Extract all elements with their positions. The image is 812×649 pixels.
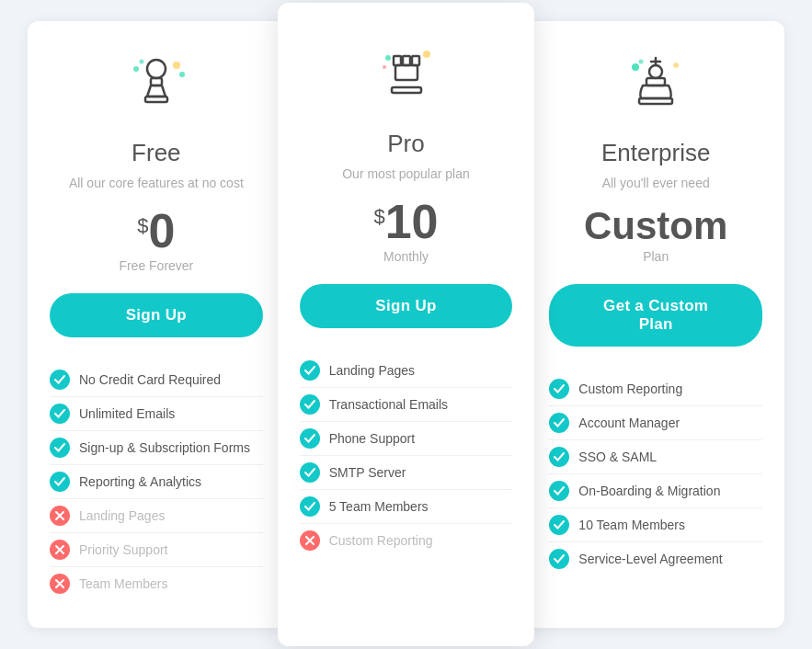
plan-price-pro: $ 10 bbox=[373, 198, 438, 245]
plan-card-pro: Pro Our most popular plan $ 10 Monthly S… bbox=[278, 3, 535, 647]
feature-item: Team Members bbox=[50, 567, 263, 600]
feature-list-pro: Landing Pages Transactional Emails Phone… bbox=[300, 354, 513, 557]
feature-text: Landing Pages bbox=[329, 363, 415, 378]
feature-text: SMTP Server bbox=[329, 465, 406, 480]
feature-text: Phone Support bbox=[329, 431, 415, 446]
feature-item: Custom Reporting bbox=[300, 524, 513, 557]
feature-text: Custom Reporting bbox=[578, 381, 682, 396]
svg-rect-17 bbox=[394, 56, 401, 65]
check-icon bbox=[549, 447, 569, 467]
feature-text: Unlimited Emails bbox=[79, 406, 175, 421]
feature-item: Account Manager bbox=[549, 406, 762, 440]
feature-item: Sign-up & Subscription Forms bbox=[50, 431, 263, 465]
feature-item: 5 Team Members bbox=[300, 490, 513, 524]
chess-icon-pro bbox=[370, 40, 443, 113]
feature-item: SMTP Server bbox=[300, 456, 513, 490]
svg-rect-21 bbox=[392, 87, 421, 93]
svg-point-16 bbox=[383, 65, 386, 69]
svg-rect-20 bbox=[395, 65, 417, 80]
plan-price-enterprise: Custom bbox=[584, 207, 727, 245]
svg-point-4 bbox=[147, 60, 166, 78]
chess-icon-enterprise bbox=[619, 49, 692, 122]
feature-item: Custom Reporting bbox=[549, 372, 762, 406]
feature-item: Phone Support bbox=[300, 422, 513, 456]
svg-point-26 bbox=[639, 59, 644, 63]
check-icon bbox=[50, 438, 70, 458]
check-icon bbox=[549, 413, 569, 433]
plan-period-free: Free Forever bbox=[119, 258, 193, 273]
plan-desc-free: All our core features at no cost bbox=[69, 175, 244, 193]
feature-text: Team Members bbox=[79, 576, 167, 591]
signup-button-free[interactable]: Sign Up bbox=[50, 293, 263, 337]
plan-card-enterprise: Enterprise All you'll ever need Custom P… bbox=[527, 21, 784, 629]
price-number-enterprise: Custom bbox=[584, 207, 727, 245]
svg-point-3 bbox=[139, 59, 143, 63]
feature-text: Service-Level Agreement bbox=[578, 552, 722, 566]
plan-name-free: Free bbox=[132, 139, 180, 167]
check-icon bbox=[549, 549, 569, 569]
plan-name-enterprise: Enterprise bbox=[601, 139, 711, 167]
feature-item: Priority Support bbox=[50, 533, 263, 567]
feature-text: 5 Team Members bbox=[329, 499, 429, 514]
feature-text: Priority Support bbox=[79, 542, 167, 557]
svg-rect-32 bbox=[639, 98, 672, 104]
feature-item: Service-Level Agreement bbox=[549, 542, 762, 575]
check-icon bbox=[300, 428, 320, 449]
svg-marker-7 bbox=[147, 85, 166, 97]
price-symbol-pro: $ bbox=[373, 205, 384, 229]
feature-item: Transactional Emails bbox=[300, 388, 513, 422]
svg-point-0 bbox=[173, 62, 180, 69]
feature-text: 10 Team Members bbox=[578, 518, 685, 532]
feature-item: 10 Team Members bbox=[549, 508, 762, 542]
price-number-free: 0 bbox=[149, 207, 176, 255]
check-icon bbox=[300, 394, 320, 415]
pricing-container: Free All our core features at no cost $ … bbox=[0, 3, 812, 647]
svg-point-27 bbox=[673, 63, 679, 68]
svg-point-2 bbox=[133, 66, 139, 72]
plan-period-pro: Monthly bbox=[383, 249, 429, 264]
feature-text: Landing Pages bbox=[79, 508, 165, 523]
check-icon bbox=[50, 370, 70, 390]
plan-card-free: Free All our core features at no cost $ … bbox=[28, 21, 285, 629]
feature-item: On-Boarding & Migration bbox=[549, 474, 762, 508]
feature-text: No Credit Card Required bbox=[79, 372, 221, 387]
feature-item: Reporting & Analytics bbox=[50, 465, 263, 499]
x-icon bbox=[50, 506, 70, 526]
feature-text: Custom Reporting bbox=[329, 533, 433, 548]
svg-point-15 bbox=[385, 55, 391, 61]
feature-item: SSO & SAML bbox=[549, 440, 762, 474]
feature-list-free: No Credit Card Required Unlimited Emails… bbox=[50, 363, 263, 600]
check-icon bbox=[549, 515, 569, 535]
svg-rect-19 bbox=[412, 56, 419, 65]
svg-point-14 bbox=[423, 51, 430, 58]
x-icon bbox=[50, 540, 70, 560]
custom-plan-button-enterprise[interactable]: Get a Custom Plan bbox=[549, 284, 762, 347]
plan-name-pro: Pro bbox=[387, 130, 424, 158]
check-icon bbox=[549, 379, 569, 399]
feature-list-enterprise: Custom Reporting Account Manager SSO & S… bbox=[549, 372, 762, 575]
plan-period-enterprise: Plan bbox=[643, 249, 669, 264]
price-number-pro: 10 bbox=[385, 198, 439, 245]
price-symbol-free: $ bbox=[137, 214, 148, 238]
feature-text: Reporting & Analytics bbox=[79, 474, 201, 489]
feature-text: Transactional Emails bbox=[329, 397, 448, 412]
signup-button-pro[interactable]: Sign Up bbox=[300, 284, 513, 328]
check-icon bbox=[50, 404, 70, 424]
feature-item: Landing Pages bbox=[50, 499, 263, 533]
svg-point-30 bbox=[649, 65, 662, 78]
feature-text: On-Boarding & Migration bbox=[578, 484, 720, 498]
feature-item: No Credit Card Required bbox=[50, 363, 263, 397]
plan-desc-enterprise: All you'll ever need bbox=[602, 175, 710, 193]
feature-item: Landing Pages bbox=[300, 354, 513, 388]
feature-text: Sign-up & Subscription Forms bbox=[79, 440, 250, 455]
svg-rect-18 bbox=[403, 56, 410, 65]
svg-point-25 bbox=[632, 63, 639, 71]
check-icon bbox=[300, 360, 320, 381]
x-icon bbox=[50, 574, 70, 594]
feature-item: Unlimited Emails bbox=[50, 397, 263, 431]
x-icon bbox=[300, 530, 320, 551]
svg-point-1 bbox=[179, 72, 185, 77]
check-icon bbox=[549, 481, 569, 501]
plan-price-free: $ 0 bbox=[137, 207, 175, 255]
feature-text: SSO & SAML bbox=[578, 450, 657, 464]
